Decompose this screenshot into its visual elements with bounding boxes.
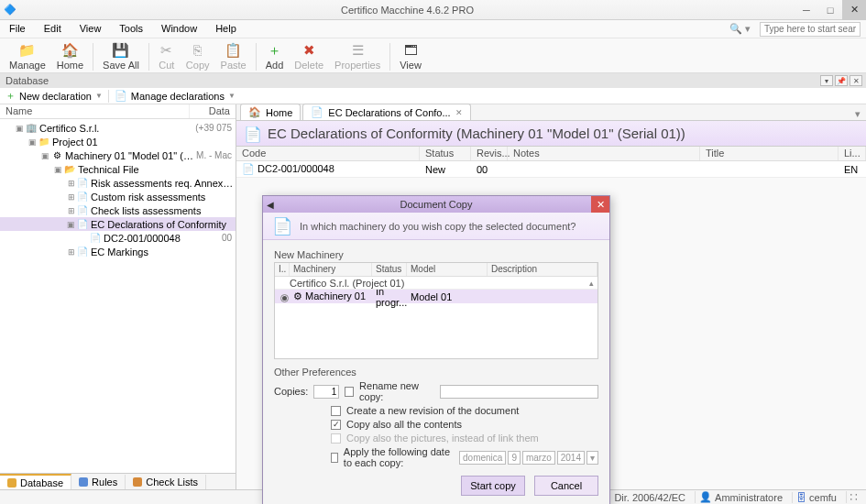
btab-checklists[interactable]: Check Lists [126, 475, 206, 489]
tool-manage-label: Manage [9, 60, 46, 71]
btab-database[interactable]: Database [0, 474, 71, 490]
maximize-button[interactable]: □ [818, 0, 842, 20]
pref-copies: Copies: Rename new copy: [274, 380, 598, 402]
document-tabs: 🏠Home 📄EC Declarations of Confo...✕ ▾ [236, 104, 866, 121]
grid-row[interactable]: 📄 DC2-001/000048 New 00 EN [236, 161, 866, 178]
tree-checklists[interactable]: ⊞📄Check lists assessments [0, 203, 236, 217]
cell-li: EN [839, 163, 866, 176]
copyall-checkbox[interactable] [331, 420, 341, 430]
minimize-button[interactable]: ─ [795, 0, 818, 20]
mcol-machinery[interactable]: Machinery [290, 263, 372, 276]
mcol-i[interactable]: I.. [275, 263, 290, 276]
tab-ecdecl[interactable]: 📄EC Declarations of Confo...✕ [302, 104, 470, 120]
menu-file[interactable]: File [0, 20, 35, 38]
date-dropdown-icon[interactable]: ▾ [586, 451, 598, 465]
rename-input[interactable] [440, 385, 598, 399]
dialog-question: In which machinery do you wish copy the … [300, 221, 576, 232]
group-collapse-icon[interactable]: ▴ [589, 279, 594, 288]
tree-custom[interactable]: ⊞📄Custom risk assessments [0, 190, 236, 203]
cell-code: 📄 DC2-001/000048 [236, 162, 420, 176]
machinery-radio[interactable] [280, 294, 289, 302]
tab-home[interactable]: 🏠Home [240, 104, 301, 120]
cancel-button[interactable]: Cancel [534, 476, 598, 496]
tabs-dropdown[interactable]: ▾ [850, 108, 866, 120]
mcol-status[interactable]: Status [372, 263, 407, 276]
tree: ▣🏢Certifico S.r.l.(+39 075 ▣📁Project 01 … [0, 119, 236, 473]
bottom-tabs: Database Rules Check Lists [0, 473, 236, 489]
document-copy-dialog: ◀ Document Copy ✕ 📄 In which machinery d… [262, 195, 610, 504]
menu-view[interactable]: View [71, 20, 111, 38]
menu-edit[interactable]: Edit [35, 20, 71, 38]
grid-header: Code Status Revis... Notes Title Li... [236, 147, 866, 161]
tool-home[interactable]: 🏠Home [51, 42, 89, 72]
grid-col-code[interactable]: Code [236, 147, 420, 160]
tree-dc2[interactable]: 📄DC2-001/00004800 [0, 231, 236, 245]
tool-saveall-label: Save All [103, 60, 139, 71]
new-declaration-button[interactable]: ＋New declaration▼ [0, 87, 108, 104]
pref-copyall: Copy also all the contents [274, 419, 598, 430]
cell-status: New [420, 163, 471, 176]
tree-techfile[interactable]: ▣📂Technical File [0, 162, 236, 176]
tree-col-name[interactable]: Name [0, 104, 190, 118]
status-resize-grip[interactable]: ⸬ [846, 491, 861, 503]
panel-close[interactable]: ✕ [850, 75, 862, 86]
menu-help[interactable]: Help [206, 20, 246, 38]
menu-bar: File Edit View Tools Window Help 🔍 ▾ [0, 20, 866, 38]
mcol-description[interactable]: Description [488, 263, 597, 276]
applydate-checkbox[interactable] [331, 453, 338, 463]
tool-delete: ✖Delete [289, 42, 329, 72]
mcol-model[interactable]: Model [407, 263, 488, 276]
newrev-checkbox[interactable] [331, 406, 341, 416]
panel-pin[interactable]: 📌 [835, 75, 848, 86]
tree-risk[interactable]: ⊞📄Risk assessments req. Annex I Dir. 200… [0, 176, 236, 190]
dialog-close-button[interactable]: ✕ [591, 196, 609, 213]
machinery-group-row[interactable]: Certifico S.r.l. (Project 01) ▴ [275, 277, 597, 290]
tool-copy-label: Copy [186, 60, 210, 71]
tree-col-data[interactable]: Data [190, 104, 236, 118]
grid-col-status[interactable]: Status [420, 147, 471, 160]
tool-saveall[interactable]: 💾Save All [97, 42, 145, 72]
cell-title [700, 169, 839, 170]
dialog-banner-icon: 📄 [272, 216, 292, 236]
tree-ecdecl[interactable]: ▣📄EC Declarations of Conformity [0, 217, 236, 231]
grid-col-title[interactable]: Title [700, 147, 839, 160]
applydate-label: Apply the following date to each copy: [344, 446, 454, 468]
grid-col-notes[interactable]: Notes [508, 147, 700, 160]
database-label: Database [5, 75, 49, 86]
tree-machinery[interactable]: ▣⚙Machinery 01 "Model 01" (Serial 01)M. … [0, 148, 236, 162]
machinery-row[interactable]: ⚙ Machinery 01 In progr... Model 01 [275, 290, 597, 303]
toolbar: 📁Manage 🏠Home 💾Save All ✂Cut ⎘Copy 📋Past… [0, 38, 866, 73]
machinery-grid-header: I.. Machinery Status Model Description [275, 263, 597, 277]
tool-view[interactable]: 🗔View [394, 42, 427, 72]
dialog-body: New Machinery I.. Machinery Status Model… [263, 240, 609, 504]
start-copy-button[interactable]: Start copy [461, 476, 525, 496]
tab-close-icon[interactable]: ✕ [455, 108, 463, 117]
grid-col-revis[interactable]: Revis... [471, 147, 508, 160]
panel-dropdown[interactable]: ▾ [820, 75, 833, 86]
search-icon[interactable]: 🔍 ▾ [724, 23, 756, 35]
menu-tools[interactable]: Tools [110, 20, 152, 38]
date-picker[interactable]: domenica 9 marzo 2014 ▾ [459, 451, 598, 465]
status-admin: 👤Amministratore [695, 491, 786, 503]
document-header: 📄 EC Declarations of Conformity (Machine… [236, 121, 866, 147]
tree-panel: Name Data ▣🏢Certifico S.r.l.(+39 075 ▣📁P… [0, 104, 236, 489]
copypics-label: Copy also the pictures, instead of link … [346, 433, 539, 444]
search-input[interactable] [760, 22, 861, 37]
copies-label: Copies: [274, 386, 308, 397]
close-button[interactable]: ✕ [842, 0, 866, 20]
tool-view-label: View [400, 60, 422, 71]
tree-project[interactable]: ▣📁Project 01 [0, 135, 236, 148]
manage-declarations-button[interactable]: 📄Manage declarations▼ [109, 88, 241, 104]
tree-root[interactable]: ▣🏢Certifico S.r.l.(+39 075 [0, 121, 236, 135]
copies-input[interactable] [313, 385, 339, 399]
grid-col-li[interactable]: Li... [839, 147, 866, 160]
copyall-label: Copy also all the contents [346, 419, 462, 430]
tree-markings[interactable]: ⊞📄EC Markings [0, 245, 236, 258]
btab-rules[interactable]: Rules [71, 475, 126, 489]
rename-checkbox[interactable] [345, 387, 354, 397]
section-other-prefs: Other Preferences [274, 367, 598, 378]
tool-home-label: Home [57, 60, 83, 71]
menu-window[interactable]: Window [152, 20, 206, 38]
tool-add[interactable]: ＋Add [260, 42, 290, 72]
tool-manage[interactable]: 📁Manage [4, 42, 51, 72]
